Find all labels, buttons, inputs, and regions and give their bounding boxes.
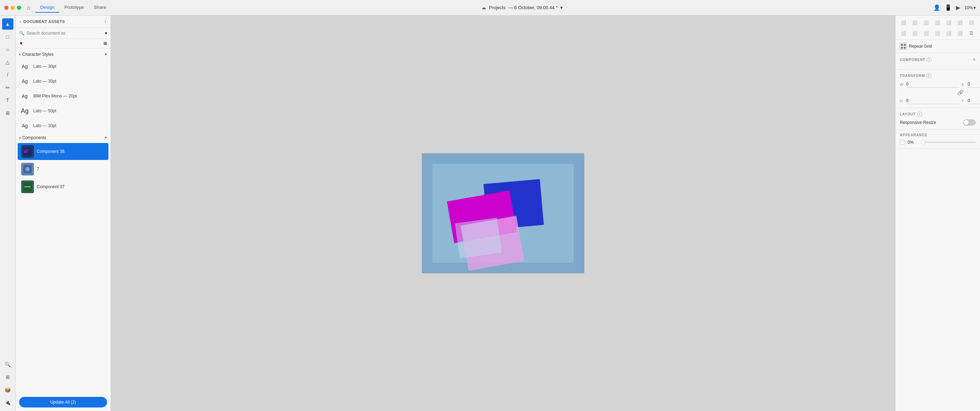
transform-grid: W X 🔗 H Y xyxy=(900,81,976,104)
distribute-mid-button[interactable]: ⬜ xyxy=(943,29,953,37)
component-38-thumb xyxy=(21,145,34,158)
component-section: COMPONENT i + xyxy=(896,53,980,70)
layout-title: LAYOUT i xyxy=(900,111,922,116)
style-item[interactable]: Ag Lato — 50pt xyxy=(16,103,111,118)
align-top-button[interactable]: ⬜ xyxy=(932,18,942,27)
grid-view-icon[interactable]: ⊞ xyxy=(103,41,107,46)
style-item[interactable]: Ag Lato — 30pt xyxy=(16,118,111,133)
component-item-37[interactable]: Component 37 xyxy=(18,178,108,195)
project-label: Projects xyxy=(489,5,506,10)
search-tool-icon[interactable]: 🔍 xyxy=(2,359,13,370)
distribute-right-button[interactable]: ⬜ xyxy=(921,29,931,37)
triangle-tool-icon[interactable]: △ xyxy=(2,57,13,68)
style-item[interactable]: Ag Lato — 30pt xyxy=(16,59,111,74)
distribute-center-button[interactable]: ⬜ xyxy=(910,29,920,37)
chevron-down-icon[interactable]: ▾ xyxy=(560,5,563,10)
align-bottom-button[interactable]: ⬜ xyxy=(955,18,965,27)
zoom-control[interactable]: 10% ▾ xyxy=(964,5,976,10)
rectangle-tool-icon[interactable]: □ xyxy=(2,31,13,42)
distribute-bottom-button[interactable]: ⬜ xyxy=(955,29,965,37)
plugins-icon[interactable]: 🔌 xyxy=(2,397,13,408)
export-icon[interactable]: ↑ xyxy=(104,19,107,24)
select-tool-icon[interactable]: ▲ xyxy=(2,18,13,30)
component-info-icon[interactable]: i xyxy=(927,57,932,62)
y-field: Y xyxy=(961,97,980,104)
update-all-button[interactable]: Update All (2) xyxy=(19,397,107,408)
ellipse-tool-icon[interactable]: ○ xyxy=(2,44,13,55)
responsive-resize-toggle[interactable] xyxy=(963,119,976,126)
y-input[interactable] xyxy=(967,97,980,104)
appearance-section: APPEARANCE 0% xyxy=(896,130,980,149)
opacity-checkbox[interactable] xyxy=(900,140,905,145)
component-7-thumb xyxy=(21,163,34,176)
user-icon[interactable]: 👤 xyxy=(933,4,940,11)
transform-title: TRANSFORM i xyxy=(900,73,931,78)
width-field: W xyxy=(900,81,959,87)
text-tool-icon[interactable]: T xyxy=(2,95,13,106)
add-style-icon[interactable]: + xyxy=(105,52,107,57)
align-middle-v-button[interactable]: ⬜ xyxy=(943,18,953,27)
filter-chevron-icon[interactable]: ▾ xyxy=(105,31,107,36)
layers-icon[interactable]: ⊞ xyxy=(2,371,13,383)
height-field: H xyxy=(900,97,959,104)
appearance-label: APPEARANCE xyxy=(900,133,928,137)
style-label-2: Lato — 30pt xyxy=(33,79,56,84)
component-label: COMPONENT xyxy=(900,58,925,62)
x-input[interactable] xyxy=(967,81,980,87)
opacity-slider[interactable] xyxy=(921,141,976,143)
dot-red[interactable] xyxy=(4,6,8,10)
transform-info-icon[interactable]: i xyxy=(926,73,931,78)
distribute-top-button[interactable]: ⬜ xyxy=(932,29,942,37)
canvas-area[interactable] xyxy=(111,16,895,411)
repeat-grid-label: Repeat Grid xyxy=(909,44,932,49)
dot-green[interactable] xyxy=(17,6,21,10)
assets-icon[interactable]: 📦 xyxy=(2,384,13,395)
style-item[interactable]: Ag IBM Plex Mono — 20pt xyxy=(16,89,111,103)
artboard-tool-icon[interactable]: ⊞ xyxy=(2,107,13,119)
align-left-button[interactable]: ⬜ xyxy=(898,18,908,27)
h-input[interactable] xyxy=(906,97,959,104)
line-tool-icon[interactable]: / xyxy=(2,69,13,81)
layout-info-icon[interactable]: i xyxy=(917,111,922,116)
opacity-slider-thumb xyxy=(921,140,925,144)
w-input[interactable] xyxy=(906,81,959,87)
search-input[interactable] xyxy=(27,31,103,36)
add-component-button[interactable]: + xyxy=(972,57,976,63)
style-item[interactable]: Ag Lato — 30pt xyxy=(16,74,111,89)
align-row-top: ⬜ ⬜ ⬜ ⬜ ⬜ ⬜ ⬜ xyxy=(898,18,977,27)
components-section-header[interactable]: ▾ Components + xyxy=(16,133,111,142)
character-styles-label: Character Styles xyxy=(22,52,54,57)
panel-header-title: ‹ DOCUMENT ASSETS xyxy=(20,19,65,24)
device-icon[interactable]: 📱 xyxy=(945,4,952,11)
add-component-icon[interactable]: + xyxy=(105,135,107,140)
chevron-down-icon: ▾ xyxy=(19,52,21,57)
style-label-5: Lato — 30pt xyxy=(33,123,56,128)
align-distribute-h-button[interactable]: ⬜ xyxy=(966,18,976,27)
grid-cell-4 xyxy=(904,47,906,49)
play-icon[interactable]: ▶ xyxy=(956,4,960,11)
nav-tabs: Design Prototype Share xyxy=(35,3,111,13)
date-label: — 6 October, 09.00.44 * xyxy=(508,5,557,10)
zoom-chevron[interactable]: ▾ xyxy=(974,5,976,10)
more-align-button[interactable]: ☰ xyxy=(966,29,976,37)
tab-share[interactable]: Share xyxy=(89,3,111,13)
style-preview-ag-2: Ag xyxy=(19,76,30,87)
distribute-left-button[interactable]: ⬜ xyxy=(898,29,908,37)
align-center-h-button[interactable]: ⬜ xyxy=(910,18,920,27)
style-preview-ag-5: Ag xyxy=(19,120,30,131)
align-right-button[interactable]: ⬜ xyxy=(921,18,931,27)
home-icon[interactable]: ⌂ xyxy=(27,5,30,11)
component-item-38[interactable]: Component 38 xyxy=(18,143,108,160)
repeat-grid-button[interactable]: Repeat Grid xyxy=(900,43,976,50)
component-item-7[interactable]: 7 xyxy=(18,161,108,178)
chevron-left-icon[interactable]: ‹ xyxy=(20,19,21,24)
filter-icon[interactable]: ▼ xyxy=(19,41,23,46)
pen-tool-icon[interactable]: ✏ xyxy=(2,82,13,93)
dot-yellow[interactable] xyxy=(11,6,15,10)
tab-design[interactable]: Design xyxy=(35,3,59,13)
panel-content: ▾ Character Styles + Ag Lato — 30pt Ag L… xyxy=(16,48,111,394)
section-header-left: ▾ Character Styles xyxy=(19,52,54,57)
tab-prototype[interactable]: Prototype xyxy=(59,3,89,13)
character-styles-section-header[interactable]: ▾ Character Styles + xyxy=(16,50,111,59)
right-panel: ⬜ ⬜ ⬜ ⬜ ⬜ ⬜ ⬜ ⬜ ⬜ ⬜ ⬜ ⬜ ⬜ ☰ xyxy=(895,16,980,411)
